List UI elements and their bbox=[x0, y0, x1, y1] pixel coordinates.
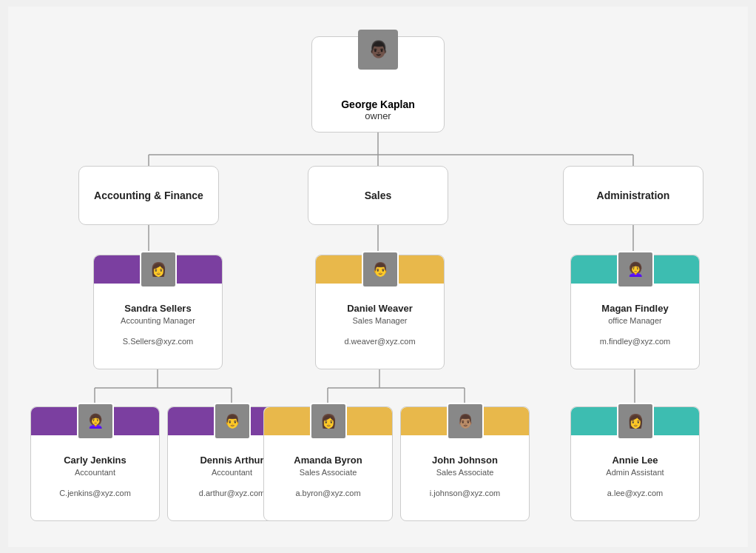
boss-role: owner bbox=[365, 110, 391, 121]
dept-card-admin: Administration bbox=[563, 166, 703, 225]
dept-card-acct: Accounting & Finance bbox=[78, 166, 219, 225]
avatar-carly: 👩‍🦱 bbox=[77, 403, 114, 440]
person-role-carly: Accountant bbox=[75, 468, 115, 477]
boss-card: 👨🏿 George Kaplan owner bbox=[311, 36, 445, 133]
person-name-sandra: Sandra Sellers bbox=[124, 303, 191, 314]
person-email-john: i.johnson@xyz.com bbox=[430, 489, 501, 497]
person-email-carly: C.jenkins@xyz.com bbox=[59, 489, 131, 497]
person-name-carly: Carly Jenkins bbox=[64, 455, 126, 466]
person-name-john: John Johnson bbox=[432, 455, 498, 466]
person-email-amanda: a.byron@xyz.com bbox=[295, 489, 360, 497]
org-chart: 👨🏿 George Kaplan owner Accounting & Fina… bbox=[8, 7, 748, 547]
dept-card-sales: Sales bbox=[308, 166, 448, 225]
card-body-magan: Magan Findley office Manager m.findley@x… bbox=[571, 284, 699, 352]
person-name-dennis: Dennis Arthur bbox=[200, 455, 263, 466]
card-body-annie: Annie Lee Admin Assistant a.lee@xyz.com bbox=[571, 435, 699, 503]
avatar-daniel: 👨 bbox=[362, 251, 399, 288]
color-bar-amanda: 👩 bbox=[264, 407, 392, 435]
manager-card-sandra: 👩 Sandra Sellers Accounting Manager S.Se… bbox=[93, 255, 223, 369]
person-role-magan: office Manager bbox=[608, 316, 662, 325]
color-bar-john: 👨🏽 bbox=[401, 407, 529, 435]
card-body-daniel: Daniel Weaver Sales Manager d.weaver@xyz… bbox=[316, 284, 444, 352]
color-bar-magan: 👩‍🦱 bbox=[571, 255, 699, 284]
person-name-magan: Magan Findley bbox=[601, 303, 668, 314]
avatar-dennis: 👨 bbox=[214, 403, 251, 440]
manager-card-magan: 👩‍🦱 Magan Findley office Manager m.findl… bbox=[570, 255, 700, 369]
person-name-amanda: Amanda Byron bbox=[294, 455, 362, 466]
color-bar-annie: 👩 bbox=[571, 407, 699, 435]
person-role-amanda: Sales Associate bbox=[300, 468, 357, 477]
person-email-magan: m.findley@xyz.com bbox=[600, 337, 671, 346]
avatar-amanda: 👩 bbox=[310, 403, 347, 440]
person-role-daniel: Sales Manager bbox=[353, 316, 408, 325]
color-bar-sandra: 👩 bbox=[94, 255, 222, 284]
emp-card-john: 👨🏽 John Johnson Sales Associate i.johnso… bbox=[400, 406, 530, 521]
person-email-sandra: S.Sellers@xyz.com bbox=[123, 337, 194, 346]
person-role-annie: Admin Assistant bbox=[606, 468, 664, 477]
person-email-annie: a.lee@xyz.com bbox=[607, 489, 663, 497]
boss-avatar: 👨🏿 bbox=[358, 30, 398, 70]
boss-face: 👨🏿 bbox=[358, 30, 398, 70]
color-bar-carly: 👩‍🦱 bbox=[31, 407, 159, 435]
avatar-magan: 👩‍🦱 bbox=[617, 251, 654, 288]
person-role-dennis: Accountant bbox=[212, 468, 252, 477]
dept-name-sales: Sales bbox=[365, 190, 392, 201]
person-role-sandra: Accounting Manager bbox=[121, 316, 195, 325]
boss-name: George Kaplan bbox=[341, 98, 415, 110]
card-body-carly: Carly Jenkins Accountant C.jenkins@xyz.c… bbox=[31, 435, 159, 503]
emp-card-amanda: 👩 Amanda Byron Sales Associate a.byron@x… bbox=[263, 406, 393, 521]
dept-name-admin: Administration bbox=[597, 190, 670, 201]
manager-card-daniel: 👨 Daniel Weaver Sales Manager d.weaver@x… bbox=[315, 255, 445, 369]
dept-name-acct: Accounting & Finance bbox=[94, 190, 203, 201]
person-name-annie: Annie Lee bbox=[612, 455, 658, 466]
emp-card-carly: 👩‍🦱 Carly Jenkins Accountant C.jenkins@x… bbox=[30, 406, 160, 521]
avatar-john: 👨🏽 bbox=[447, 403, 484, 440]
color-bar-daniel: 👨 bbox=[316, 255, 444, 284]
avatar-sandra: 👩 bbox=[140, 251, 177, 288]
avatar-annie: 👩 bbox=[617, 403, 654, 440]
person-email-dennis: d.arthur@xyz.com bbox=[199, 489, 265, 497]
card-body-john: John Johnson Sales Associate i.johnson@x… bbox=[401, 435, 529, 503]
card-body-amanda: Amanda Byron Sales Associate a.byron@xyz… bbox=[264, 435, 392, 503]
person-role-john: Sales Associate bbox=[436, 468, 494, 477]
card-body-sandra: Sandra Sellers Accounting Manager S.Sell… bbox=[94, 284, 222, 352]
emp-card-annie: 👩 Annie Lee Admin Assistant a.lee@xyz.co… bbox=[570, 406, 700, 521]
person-email-daniel: d.weaver@xyz.com bbox=[344, 337, 415, 346]
person-name-daniel: Daniel Weaver bbox=[347, 303, 413, 314]
